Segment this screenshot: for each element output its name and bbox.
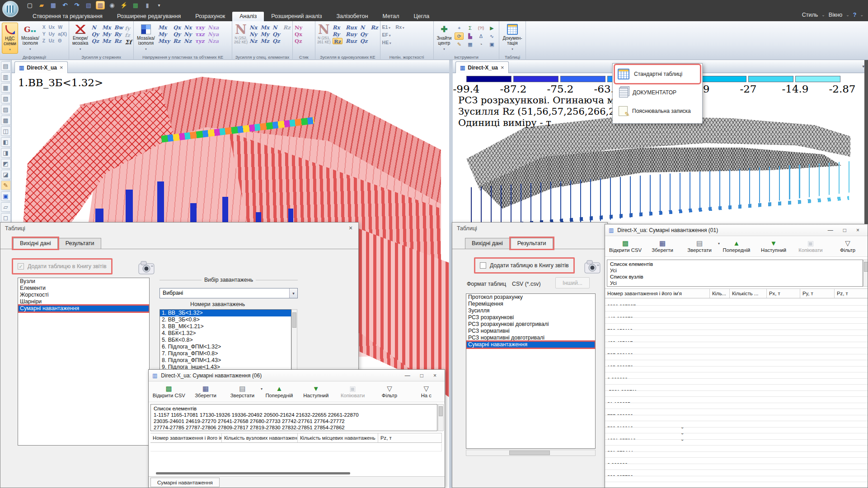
list-item[interactable]: Переміщення — [466, 301, 595, 307]
qat-icon[interactable] — [96, 1, 105, 9]
projection-yz-icon[interactable]: ▨ — [1, 105, 11, 114]
result-component-button[interactable]: Nya — [208, 31, 219, 37]
style-menu[interactable]: Стиль — [800, 12, 820, 18]
toolbar-button[interactable]: На с — [408, 381, 445, 402]
toolbar-button[interactable]: Відкрити CSV — [607, 236, 644, 256]
result-component-button[interactable]: Ry — [114, 31, 123, 37]
result-component-button[interactable] — [371, 38, 378, 44]
isometry-icon[interactable]: ▥ — [1, 72, 11, 82]
result-component-button[interactable]: Mxy — [158, 38, 170, 44]
qat-icon[interactable] — [61, 1, 70, 9]
maximize-icon[interactable]: □ — [843, 227, 846, 233]
toolbar-button[interactable]: Фільтр — [829, 236, 866, 256]
result-component-button[interactable]: Rx — [396, 24, 404, 31]
result-component-button[interactable]: E1 — [382, 24, 391, 31]
close-icon[interactable]: × — [856, 227, 859, 233]
result-component-button[interactable]: fy — [125, 25, 131, 32]
result-component-button[interactable]: Qz — [295, 38, 302, 44]
result-component-button[interactable]: N — [91, 24, 99, 31]
tab-results[interactable]: Результати — [511, 238, 553, 249]
warn-icon[interactable]: (?!) — [476, 24, 485, 32]
list-item[interactable]: 1. ВВ_ЗБ<1.32> — [160, 310, 291, 316]
table-row[interactable]: 9. Підлога_інше<1.43>06431 0.0000000.000… — [605, 348, 868, 354]
list-item[interactable]: Зусилля — [466, 307, 595, 314]
result-component-button[interactable]: Ny — [249, 31, 257, 37]
table-row[interactable]: 5. ВБК<0.8>05830 0.0000000.000000796.159… — [605, 324, 868, 330]
list-item[interactable]: РСЗ розрахункові — [466, 314, 595, 321]
element-list-box[interactable]: Список елементівУсіСписок вузлівУсі — [607, 260, 863, 287]
result-component-button[interactable]: Qx — [295, 31, 302, 37]
result-component-button[interactable]: Nz — [249, 38, 257, 44]
grid-icon[interactable]: ▦ — [465, 41, 474, 48]
result-component-button[interactable]: My — [158, 31, 170, 37]
select-icon[interactable]: ◩ — [1, 159, 11, 168]
result-component-button[interactable]: τyz — [195, 38, 204, 44]
result-component-button[interactable]: Uy — [49, 31, 55, 37]
table-row[interactable]: 31. Декор_стеля_№2_1 <1.28>0546 0.000000… — [605, 482, 868, 488]
toolbar-button[interactable]: Фільтр — [371, 381, 408, 402]
mosaic-isofields-button[interactable]: Мозаїка/ ізополя — [136, 23, 156, 53]
pen-icon[interactable]: ✎ — [455, 41, 464, 48]
result-component-button[interactable]: a(X) — [58, 31, 67, 37]
result-component-button[interactable] — [396, 40, 404, 46]
find-center-button[interactable]: ✚Знайти центр — [436, 23, 453, 53]
toolbar-button[interactable]: Попередній — [261, 381, 297, 402]
result-component-button[interactable]: N — [360, 24, 368, 31]
table-row[interactable]: 24. СНІГОВА_№3.2_ВНУТРІШНІЙ_2<1.54>0326 … — [605, 440, 868, 446]
toolbar-button[interactable]: Копіювати — [334, 381, 371, 402]
result-component-button[interactable]: Nx — [249, 24, 257, 31]
table-row[interactable]: 1. ВВ_ЗБ<1.32>032654 0.0000000.000000983… — [605, 299, 868, 306]
result-component-button[interactable]: HE — [382, 40, 391, 46]
mosaic-isofields-button[interactable]: GМозаїка/ ізополя — [20, 23, 41, 53]
result-component-button[interactable]: My — [102, 31, 111, 37]
tab-input-data[interactable]: Вихідні дані — [465, 238, 510, 249]
list-item[interactable]: 5. ВБК<0.8> — [160, 337, 291, 344]
qat-icon[interactable] — [84, 1, 93, 9]
documentation-button[interactable]: Докумен- тація — [501, 23, 523, 53]
result-component-button[interactable]: Y — [42, 31, 46, 37]
table-row[interactable]: 22. СНІГОВА_№2.1_ВНУТРІШНІЙ_1<1.54>0326 … — [605, 428, 868, 434]
add-to-report-checkbox[interactable]: Додати таблицю в Книгу звітів — [474, 257, 575, 274]
category-list[interactable]: ВузлиЕлементиЖорсткостіШарніриСумарні на… — [18, 278, 150, 446]
window-menu[interactable]: Вікно — [827, 12, 844, 18]
ribbon-tab[interactable]: Цегла — [407, 12, 437, 21]
result-component-button[interactable]: Nza — [208, 38, 219, 44]
result-component-button[interactable]: W — [58, 24, 67, 31]
diagrams-mosaic-button[interactable]: Епюри/ мозаїка — [71, 23, 89, 53]
toolbar-button[interactable]: Зберегти — [187, 381, 224, 402]
result-component-button[interactable]: τxy — [195, 24, 204, 31]
table-row[interactable]: 1. ВВ_ЗБ<1.32>0324829809.732422 — [150, 443, 442, 451]
snapshot-camera-icon[interactable] — [584, 259, 602, 274]
standard-tables-item[interactable]: Стандартні таблиці — [615, 65, 700, 83]
table-row[interactable]: 27. Вітер вздовж_Y-_<1.54>02952 0.000000… — [605, 458, 868, 464]
table-row[interactable]: 18. УСТАТКУВАННЯ<1.21>024 0.0000000.0000… — [605, 403, 868, 409]
wave-icon[interactable]: ∿ — [487, 33, 496, 40]
table-row[interactable]: 6. Підлога_ФПМ<1.32>04770 0.0000000.0000… — [605, 330, 868, 336]
result-component-button[interactable]: Nz — [184, 38, 192, 44]
ribbon-tab[interactable]: Метал — [375, 12, 407, 21]
result-component-button[interactable] — [396, 32, 404, 38]
rotate-icon[interactable]: ⟳ — [455, 33, 464, 40]
table-row[interactable]: 11. СТЕЛІ <1.21>0320 0.0000000.000000195… — [605, 360, 868, 367]
table-row[interactable]: 15. ГІДРОСТАТИКА<1.21>013930 0.000000-0.… — [605, 385, 868, 391]
tab-input-data[interactable]: Вихідні дані — [13, 238, 58, 249]
column-header[interactable]: Pz, т — [835, 289, 868, 298]
documentator-item[interactable]: ДОКУМЕНТАТОР — [615, 84, 700, 102]
document-tab[interactable]: ▥ Direct-X_ua × — [14, 61, 68, 73]
projection-xz-icon[interactable]: ▧ — [1, 94, 11, 103]
close-icon[interactable]: × — [433, 372, 436, 379]
toolbar-button[interactable]: Зберегти — [644, 236, 681, 256]
result-component-button[interactable]: Qy — [91, 31, 99, 37]
list-item[interactable]: РСЗ розрахункові довготривалі — [466, 321, 595, 328]
qat-icon[interactable] — [25, 1, 34, 9]
snap-icon[interactable]: ⌖ — [455, 24, 464, 32]
table-row[interactable]: 28. Рухомий склад<1.43>05830 0.0000000.0… — [605, 464, 868, 470]
result-component-button[interactable]: Qy — [173, 31, 181, 37]
maximize-icon[interactable]: □ — [420, 372, 423, 379]
table-row[interactable]: 2. ВВ_ЗБ<0.8>032654 0.0000000.0000005961… — [605, 306, 868, 312]
clock-icon[interactable]: ◔ — [476, 41, 485, 48]
toolbar-button[interactable]: Зверстати — [681, 236, 718, 256]
table-row[interactable]: 19. ПАСАЖИРИ<1.54>05903 0.0000000.000000… — [605, 409, 868, 415]
result-component-button[interactable]: Ny — [184, 31, 192, 37]
list-item[interactable]: Протокол розрахунку — [466, 294, 595, 301]
